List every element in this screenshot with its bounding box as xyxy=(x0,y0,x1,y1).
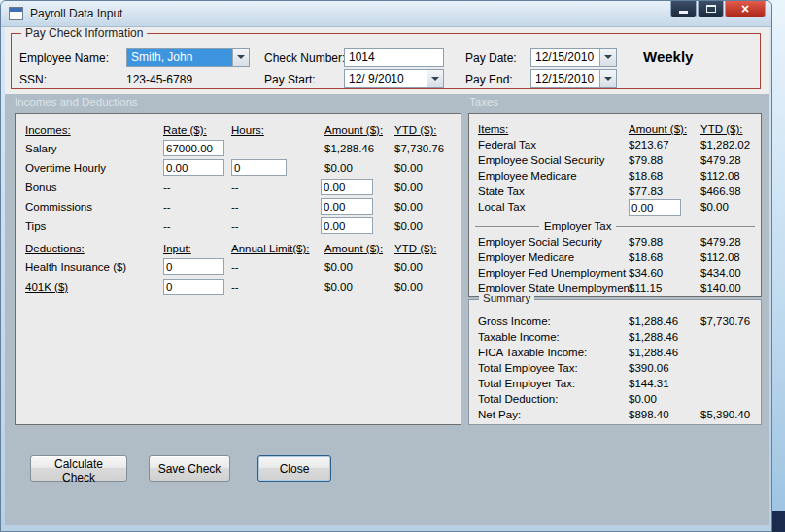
employee-combo-dropdown-icon[interactable] xyxy=(232,49,249,66)
overtime-rate-input[interactable] xyxy=(163,159,224,176)
summary-row-net-pay: Net Pay: $898.40 $5,390.40 xyxy=(469,407,761,422)
tax-ytd: $466.98 xyxy=(700,183,741,199)
column-header: Incomes: xyxy=(25,121,71,139)
summary-row-deduction: Total Deduction: $0.00 xyxy=(469,391,761,407)
tax-amount: $11.15 xyxy=(629,281,662,296)
employer-tax-label: Employer Tax xyxy=(544,220,611,232)
chevron-down-icon xyxy=(431,77,439,81)
chevron-down-icon xyxy=(604,55,612,59)
row-label: Health Insurance ($) xyxy=(25,258,126,276)
minimize-button[interactable] xyxy=(670,1,697,17)
chevron-down-icon xyxy=(604,77,612,81)
tax-row-state: State Tax $77.83 $466.98 xyxy=(469,183,761,199)
tax-row-employer-medicare: Employer Medicare $18.68 $112.08 xyxy=(469,249,761,265)
pay-date-label: Pay Date: xyxy=(465,50,517,66)
pay-end-dropdown-icon[interactable] xyxy=(599,70,616,87)
summary-amount: $390.06 xyxy=(629,360,669,376)
income-row-salary: Salary -- $1,288.46 $7,730.76 xyxy=(16,140,461,157)
row-label: Employer Social Security xyxy=(478,234,602,249)
tax-amount: $79.88 xyxy=(629,234,663,249)
summary-ytd: $7,730.76 xyxy=(700,314,750,329)
health-insurance-input[interactable] xyxy=(163,258,224,275)
desktop-corner xyxy=(772,511,785,532)
column-header: Amount ($): xyxy=(324,121,383,139)
health-ytd: $0.00 xyxy=(394,258,423,276)
save-check-button[interactable]: Save Check xyxy=(149,455,230,482)
tax-ytd: $479.28 xyxy=(700,234,741,249)
pay-end-datepicker[interactable]: 12/15/2010 xyxy=(530,69,617,88)
check-number-label: Check Number: xyxy=(264,50,345,66)
maximize-button[interactable] xyxy=(698,1,724,17)
employee-name-label: Employee Name: xyxy=(19,50,109,66)
pay-start-dropdown-icon[interactable] xyxy=(427,70,443,87)
tax-row-local: Local Tax $0.00 xyxy=(469,199,761,215)
tax-amount: $77.83 xyxy=(629,183,663,199)
incomes-section-header: Incomes and Deductions xyxy=(15,96,138,108)
minimize-icon xyxy=(679,11,688,14)
commissions-ytd: $0.00 xyxy=(394,198,423,216)
summary-row-employer-tax: Total Employer Tax: $144.31 xyxy=(469,376,761,391)
income-row-overtime: Overtime Hourly $0.00 $0.00 xyxy=(16,159,461,177)
bonus-amount-input[interactable] xyxy=(321,179,373,195)
pay-end-value: 12/15/2010 xyxy=(531,70,599,87)
summary-amount: $1,288.46 xyxy=(629,329,678,345)
pay-date-dropdown-icon[interactable] xyxy=(599,49,616,66)
health-amount: $0.00 xyxy=(324,258,353,276)
close-dialog-button[interactable]: Close xyxy=(257,455,331,482)
commissions-amount-input[interactable] xyxy=(321,198,373,215)
tax-amount: $79.88 xyxy=(629,152,663,168)
window-controls: × xyxy=(669,1,766,17)
deduction-row-401k: 401K ($) -- $0.00 $0.00 xyxy=(16,279,461,296)
pay-date-datepicker[interactable]: 12/15/2010 xyxy=(530,48,617,67)
column-header: Amount ($): xyxy=(629,121,687,137)
input-401k[interactable] xyxy=(163,279,224,295)
summary-amount: $144.31 xyxy=(629,376,669,391)
summary-row-employee-tax: Total Employee Tax: $390.06 xyxy=(469,360,761,376)
salary-rate-input[interactable] xyxy=(163,140,224,156)
paycheck-info-group: Pay Check Information Employee Name: Smi… xyxy=(11,33,761,89)
tax-ytd: $479.28 xyxy=(700,152,741,168)
column-header: YTD ($): xyxy=(700,121,742,137)
overtime-hours-input[interactable] xyxy=(231,159,287,176)
lower-section: Incomes and Deductions Taxes Incomes: Ra… xyxy=(5,94,769,525)
check-number-input[interactable] xyxy=(344,48,444,67)
health-limit: -- xyxy=(231,258,239,276)
k401-amount: $0.00 xyxy=(324,279,353,296)
tips-amount-input[interactable] xyxy=(321,217,373,234)
pay-date-value: 12/15/2010 xyxy=(531,49,599,66)
titlebar[interactable]: Payroll Data Input × xyxy=(1,1,771,27)
commissions-hours: -- xyxy=(231,198,239,216)
column-header: Items: xyxy=(478,121,508,137)
column-header: Rate ($): xyxy=(163,121,207,139)
summary-legend: Summary xyxy=(479,292,534,304)
local-tax-input[interactable] xyxy=(629,199,681,216)
incomes-deductions-panel: Incomes: Rate ($): Hours: Amount ($): YT… xyxy=(15,113,461,425)
employee-name-combobox[interactable]: Smith, John xyxy=(126,48,250,67)
taxes-section-header: Taxes xyxy=(469,96,498,108)
close-button[interactable]: × xyxy=(725,1,766,17)
paycheck-info-legend: Pay Check Information xyxy=(21,27,147,40)
row-label: Employer Fed Unemployment xyxy=(478,265,626,281)
column-header: Deductions: xyxy=(25,240,85,257)
row-label: Employee Medicare xyxy=(478,168,577,183)
pay-start-datepicker[interactable]: 12/ 9/2010 xyxy=(344,69,444,88)
row-label: Employer Medicare xyxy=(478,249,574,265)
summary-row-taxable: Taxable Income: $1,288.46 xyxy=(469,329,761,345)
tax-row-emp-medicare: Employee Medicare $18.68 $112.08 xyxy=(469,168,761,183)
divider-line xyxy=(475,226,539,227)
incomes-header-row: Incomes: Rate ($): Hours: Amount ($): YT… xyxy=(16,121,461,139)
row-label: Total Employee Tax: xyxy=(478,360,578,376)
summary-ytd: $5,390.40 xyxy=(700,407,750,422)
tax-ytd: $140.00 xyxy=(700,281,741,296)
row-label: Taxable Income: xyxy=(478,329,560,345)
pay-frequency-label: Weekly xyxy=(643,49,693,65)
pay-start-value: 12/ 9/2010 xyxy=(345,70,427,87)
tax-ytd: $0.00 xyxy=(700,199,729,215)
app-icon xyxy=(9,7,23,20)
row-label: Employee Social Security xyxy=(478,152,604,168)
column-header: Annual Limit($): xyxy=(231,240,310,257)
calculate-check-button[interactable]: Calculate Check xyxy=(30,455,127,482)
salary-amount: $1,288.46 xyxy=(324,140,374,157)
divider-line xyxy=(616,226,755,227)
column-header: Amount ($): xyxy=(324,240,383,257)
